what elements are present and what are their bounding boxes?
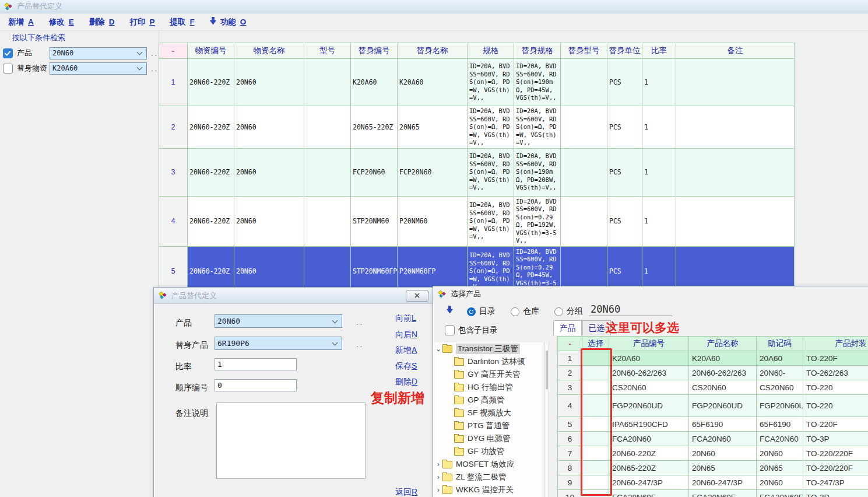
package-cell[interactable]: TO-3P [803,432,868,446]
filter-checkbox-0[interactable] [3,48,13,58]
cell[interactable] [676,148,795,196]
menu-item-F[interactable]: 提取F [170,17,195,27]
cell[interactable]: P20NM60 [398,196,468,246]
mnemonic-cell[interactable]: 20N60 [757,446,803,461]
tab-0[interactable]: 产品 [553,320,582,335]
select-cell[interactable] [582,351,609,366]
package-cell[interactable]: TO-262/263 [803,366,868,380]
table-row[interactable]: 220N60-220Z20N6020N65-220Z20N65ID=20A, B… [159,106,795,149]
product-name-cell[interactable]: 20N60-262/263 [689,366,757,380]
cell[interactable]: K20A60 [351,59,398,106]
product-code-cell[interactable]: FGP20N60UD [609,395,689,417]
cell[interactable]: ID=20A, BVDSS=600V, RDS(on)=0.29Ω, PD=19… [514,196,561,246]
package-cell[interactable]: TO-220 [803,395,868,417]
table-row[interactable]: 720N60-220Z20N6020N60TO-220/220F [558,446,868,461]
product-code-cell[interactable]: K20A60 [609,351,689,366]
filter-combobox-1[interactable]: K20A60 [50,62,147,75]
substitute-combobox[interactable]: 6R190P6 [215,337,342,350]
product-name-cell[interactable]: FCA20N60F [689,490,757,497]
package-cell[interactable]: TO-220 [803,380,868,395]
filter-combobox-0[interactable]: 20N60 [50,47,147,60]
dialog-button-L[interactable]: 向前L [395,313,416,324]
product-name-cell[interactable]: FCA20N60 [689,432,757,446]
cell[interactable]: PCS [607,196,642,246]
cell[interactable]: 20N65-220Z [351,106,398,149]
tree-collapsed-icon[interactable]: › [434,473,442,481]
tree-node[interactable]: GP 高频管 [434,394,543,407]
tree-node[interactable]: GY 高压开关管 [434,368,543,381]
tree-node[interactable]: ⌄Transistor 三极管 [434,342,543,355]
dialog-button-A[interactable]: 新增A [395,345,417,356]
product-code-cell[interactable]: FCA20N60 [609,432,689,446]
tree-node[interactable]: ›ZL 整流二极管 [434,471,543,484]
product-code-cell[interactable]: 20N60-262/263 [609,366,689,380]
cell[interactable] [676,59,795,106]
tree-node[interactable]: Darlinton 达林顿 [434,355,543,368]
package-cell[interactable]: TO-220/220F [803,446,868,461]
product-name-cell[interactable]: 20N60 [689,446,757,461]
cell[interactable]: 20N60-220Z [188,148,234,196]
product-code-cell[interactable]: 20N60-220Z [609,446,689,461]
mnemonic-cell[interactable]: FCA20N60 [757,432,803,446]
package-cell[interactable]: TO-3P [803,490,868,497]
cell[interactable]: 20N60-220Z [188,106,234,149]
select-cell[interactable] [582,395,609,417]
cell[interactable]: 20N60 [234,196,304,246]
radio-option-0[interactable]: 目录 [467,306,496,317]
table-row[interactable]: 420N60-220Z20N60STP20NM60P20NM60ID=20A, … [159,196,795,246]
select-cell[interactable] [582,446,609,461]
tree-scrollbar[interactable] [544,342,549,497]
mnemonic-cell[interactable]: 20N60 [757,475,803,490]
tree-collapsed-icon[interactable]: › [434,486,442,494]
tree-node[interactable]: HG 行输出管 [434,381,543,394]
package-cell[interactable]: TO-220F [803,351,868,366]
select-cell[interactable] [582,366,609,380]
product-name-cell[interactable]: 20N60-247/3P [689,475,757,490]
product-name-cell[interactable]: FGP20N60UD [689,395,757,417]
close-button[interactable] [406,290,428,302]
dialog-button-S[interactable]: 保存S [395,361,417,372]
cell[interactable] [561,196,607,246]
dialog-button-N[interactable]: 向后N [395,330,417,340]
select-cell[interactable] [582,417,609,432]
table-row[interactable]: 820N65-220Z20N6520N65TO-220/220F [558,461,868,475]
product-combobox[interactable]: 20N60 [215,314,342,328]
cell[interactable] [304,148,351,196]
table-row[interactable]: 5IPA65R190CFD65F619065F6190TO-220F [558,417,868,432]
menu-item-D[interactable]: 删除D [89,17,115,27]
cell[interactable]: ID=20A, BVDSS=600V, RDS(on)=Ω, PD=W, VGS… [468,59,514,106]
table-row[interactable]: 320N60-220Z20N60FCP20N60FCP20N60ID=20A, … [159,148,795,196]
product-name-cell[interactable]: 65F6190 [689,417,757,432]
tree-node[interactable]: GF 功放管 [434,445,543,458]
cell[interactable] [304,106,351,149]
cell[interactable]: ID=20A, BVDSS=600V, RDS(on)=Ω, PD=W, VGS… [468,196,514,246]
cell[interactable]: PCS [607,59,642,106]
tree-expanded-icon[interactable]: ⌄ [434,345,442,353]
product-name-cell[interactable]: CS20N60 [689,380,757,395]
note-textarea[interactable] [216,402,366,479]
package-cell[interactable]: TO-220/220F [803,461,868,475]
menu-item-E[interactable]: 修改E [49,17,74,27]
cell[interactable]: 1 [642,59,676,106]
filter-browse-button-0[interactable]: .. [151,49,159,58]
cell[interactable]: PCS [607,106,642,149]
mnemonic-cell[interactable]: 65F6190 [757,417,803,432]
tree-node[interactable]: PTG 普通管 [434,419,543,432]
cell[interactable]: 20N60 [234,106,304,149]
mnemonic-cell[interactable]: FCA20N60F [757,490,803,497]
down-arrow-icon[interactable] [447,306,453,316]
cell[interactable] [676,196,795,246]
table-row[interactable]: 120N60-220Z20N60K20A60K20A60ID=20A, BVDS… [159,59,795,106]
cell[interactable]: 20N60 [234,148,304,196]
tree-node[interactable]: SF 视频放大 [434,407,543,419]
cell[interactable]: ID=20A, BVDSS=600V, RDS(on)=Ω, PD=W, VGS… [468,106,514,149]
table-row[interactable]: 920N60-247/3P20N60-247/3P20N60TO-247/3P [558,475,868,490]
cell[interactable]: 20N60-220Z [188,59,234,106]
cell[interactable] [304,196,351,246]
cell[interactable] [676,106,795,149]
select-cell[interactable] [582,380,609,395]
radio-option-2[interactable]: 分组 [554,306,583,317]
back-button[interactable]: 返回R [395,487,417,497]
select-cell[interactable] [582,490,609,497]
tree-node[interactable]: ›WKKG 温控开关 [434,484,543,496]
